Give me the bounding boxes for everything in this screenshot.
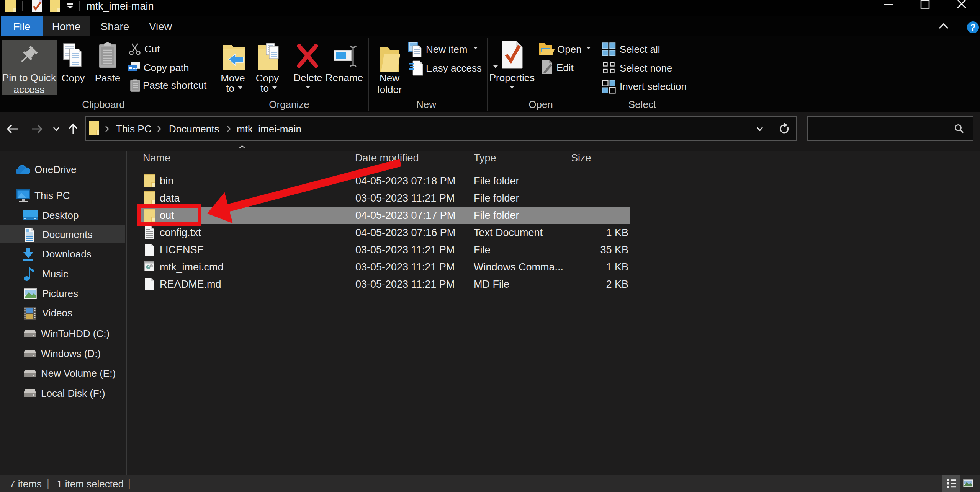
svg-text:?: ? <box>970 23 975 33</box>
